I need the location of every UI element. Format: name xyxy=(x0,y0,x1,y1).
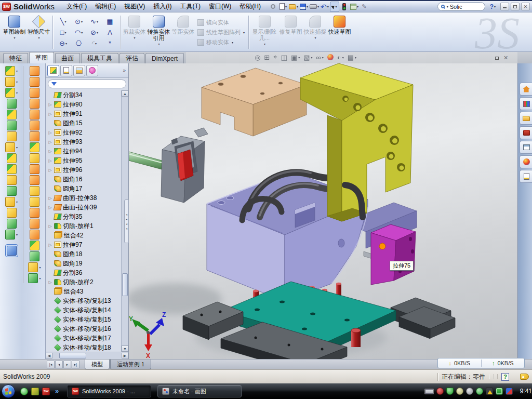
trim-surface-button[interactable] xyxy=(30,251,39,261)
graphics-viewport[interactable]: Y Z X 拉伸75 xyxy=(129,63,517,359)
reference-point-2-button[interactable]: ▾ xyxy=(28,262,41,272)
mirror-entities-button[interactable]: 镜向实体 xyxy=(197,19,245,26)
undo-button[interactable]: ↶▾ xyxy=(320,2,329,12)
sketch-fillet-button[interactable]: ◜▾ xyxy=(87,38,102,49)
point-button[interactable]: * xyxy=(102,38,117,49)
tree-item[interactable]: 圆角16 xyxy=(47,175,121,184)
shut-off-surface-button[interactable] xyxy=(30,99,39,109)
tree-item[interactable]: ▷拉伸97 xyxy=(47,240,121,249)
help-button[interactable]: ?▾ xyxy=(490,3,496,10)
extend-surface-button[interactable] xyxy=(30,241,39,250)
ribbon-tab[interactable]: 模具工具 xyxy=(81,53,118,63)
delete-body-button[interactable] xyxy=(30,186,39,196)
print-button[interactable]: ▾ xyxy=(309,2,320,12)
draft-analysis-button[interactable] xyxy=(30,66,39,76)
linear-sketch-pattern-button[interactable]: 线性草图阵列 ▾ xyxy=(197,29,245,36)
new-document-button[interactable]: ▾ xyxy=(278,2,288,12)
spline-2-button[interactable]: ▾ xyxy=(28,273,41,283)
tree-item[interactable]: ▷拉伸93 xyxy=(47,137,121,147)
configurationmanager-tab-button[interactable] xyxy=(73,65,85,76)
menu-item[interactable]: 工具(T) xyxy=(176,1,205,12)
expand-arrow-icon[interactable]: ▷ xyxy=(48,280,52,285)
scroll-left-arrow[interactable]: ◀ xyxy=(46,353,52,358)
polygon-button[interactable]: ⎔ xyxy=(71,38,86,49)
go-first-button[interactable]: |◂ xyxy=(47,361,55,368)
plane-button[interactable] xyxy=(7,208,17,218)
box-select-button[interactable]: ▦ xyxy=(102,16,117,27)
appearances-tab[interactable] xyxy=(520,155,532,168)
messenger-button[interactable] xyxy=(20,388,28,395)
model-top-plate[interactable] xyxy=(202,68,307,136)
revolved-boss-button[interactable] xyxy=(7,110,17,119)
taskbar-button[interactable]: 未命名 - 画图 xyxy=(157,385,242,397)
ribbon-tab[interactable]: 特征 xyxy=(3,53,28,63)
planar-surface-button[interactable] xyxy=(30,131,39,141)
go-previous-button[interactable]: ◂ xyxy=(55,361,63,368)
tree-item[interactable]: ▷拉伸95 xyxy=(47,156,121,165)
tree-item[interactable]: ▷拉伸92 xyxy=(47,128,121,137)
desktop-button[interactable] xyxy=(31,388,39,395)
tree-item[interactable]: 实体-移动/复制18 xyxy=(47,343,121,352)
home-tab[interactable] xyxy=(520,83,532,96)
quick-tips-button[interactable]: ? xyxy=(501,373,509,381)
offset-surface-button[interactable] xyxy=(30,153,39,163)
model-clamp-block[interactable] xyxy=(161,128,208,203)
expand-arrow-icon[interactable]: ▷ xyxy=(48,196,52,201)
taskbar-button[interactable]: SWSolidWorks 2009 - ... xyxy=(67,385,151,397)
zoom-selection-button[interactable]: ⌖ xyxy=(273,53,277,61)
section-view-button[interactable]: ◫ xyxy=(281,54,287,61)
convert-entities-button[interactable]: 转换实体引用 ▾ xyxy=(147,14,171,50)
tree-item[interactable]: 组合43 xyxy=(47,287,121,296)
tooling-split-button[interactable] xyxy=(30,121,39,130)
tree-item[interactable]: 圆角17 xyxy=(47,184,121,193)
badge-icon[interactable] xyxy=(456,388,463,395)
slot-button[interactable]: ⊖▾ xyxy=(56,38,71,49)
filled-surface-button[interactable] xyxy=(30,175,39,185)
tree-item[interactable]: ▷切除-放样2 xyxy=(47,277,121,287)
go-last-button[interactable]: ▸| xyxy=(72,361,79,368)
dimxpertmanager-tab-button[interactable] xyxy=(86,65,98,76)
line-button[interactable]: ╲▾ xyxy=(56,16,71,27)
save-button[interactable]: ▾ xyxy=(299,2,309,12)
ribbon-tab[interactable]: 草图 xyxy=(29,52,54,63)
design-library-tab[interactable] xyxy=(520,97,532,110)
extruded-boss-button[interactable]: ▾ xyxy=(5,66,18,76)
tree-item[interactable]: ▷曲面-拉伸39 xyxy=(47,203,121,212)
view-palette-tab[interactable] xyxy=(520,141,532,154)
model-base-plate[interactable] xyxy=(183,282,455,359)
antivirus-icon[interactable] xyxy=(436,388,444,395)
file-explorer-tab[interactable] xyxy=(520,112,532,125)
panel-tabs-overflow[interactable]: » xyxy=(123,68,127,73)
parting-surface-button[interactable] xyxy=(30,110,39,119)
health-icon[interactable] xyxy=(496,388,503,395)
expand-arrow-icon[interactable]: ▷ xyxy=(48,112,52,116)
rapid-sketch-button[interactable]: 快速草图 xyxy=(327,14,352,50)
model-side-block[interactable] xyxy=(371,224,416,285)
pen-button[interactable]: ✎ xyxy=(360,2,369,12)
tree-item[interactable]: 圆角19 xyxy=(47,259,121,268)
tree-item[interactable]: 实体-移动/复制16 xyxy=(47,324,121,334)
swept-boss-button[interactable] xyxy=(7,99,17,109)
doc-restore-button[interactable] xyxy=(495,54,499,61)
ribbon-tab[interactable]: 曲面 xyxy=(55,53,80,63)
scroll-right-arrow[interactable]: ▶ xyxy=(122,353,128,358)
minimize-button[interactable] xyxy=(500,3,509,10)
expand-arrow-icon[interactable]: ▷ xyxy=(48,158,52,163)
select-button[interactable]: ▾ xyxy=(330,2,339,12)
updater-icon[interactable] xyxy=(476,388,483,395)
keyboard-icon[interactable] xyxy=(424,389,434,394)
messenger-tray-icon[interactable] xyxy=(506,388,513,395)
sketch-button[interactable]: 草图绘制 ▾ xyxy=(2,14,26,50)
reference-point-button[interactable]: ▾ xyxy=(5,197,18,207)
tree-item[interactable]: 实体-移动/复制14 xyxy=(47,305,121,315)
ruled-surface-button[interactable] xyxy=(30,164,39,174)
expand-arrow-icon[interactable]: ▷ xyxy=(48,140,52,144)
tree-item[interactable]: ▷切除-放样1 xyxy=(47,221,121,231)
custom-properties-tab[interactable] xyxy=(520,170,532,183)
text-button[interactable]: A xyxy=(102,27,117,38)
tree-item[interactable]: 圆角15 xyxy=(47,118,121,128)
expand-arrow-icon[interactable]: ▷ xyxy=(48,205,52,210)
shield-icon[interactable] xyxy=(446,388,454,395)
go-next-button[interactable]: ▸ xyxy=(63,361,71,368)
composite-curve-button[interactable] xyxy=(7,219,17,229)
